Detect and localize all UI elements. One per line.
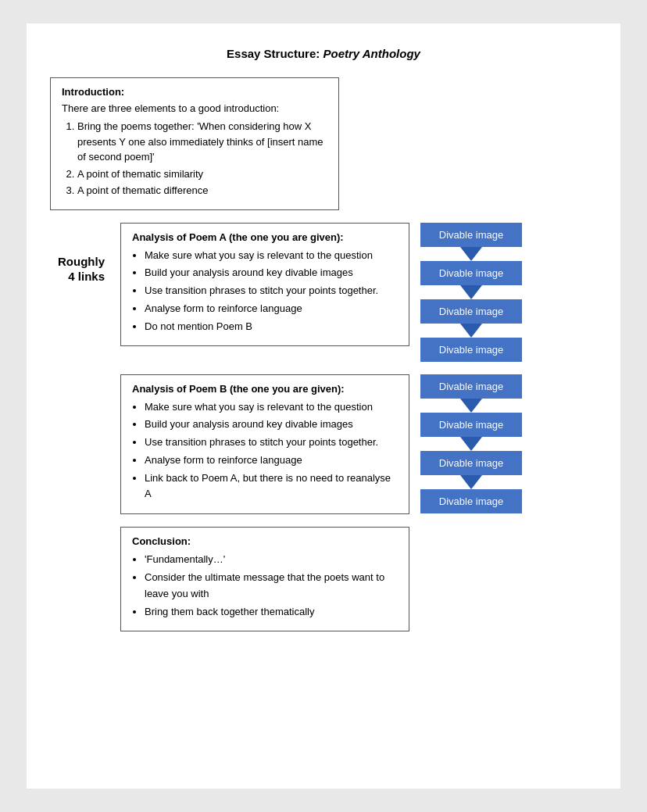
list-item: A point of thematic similarity <box>77 166 327 182</box>
introduction-box: Introduction: There are three elements t… <box>50 77 339 210</box>
conclusion-list: 'Fundamentally…' Consider the ultimate m… <box>145 552 398 620</box>
list-item: Bring the poems together: 'When consider… <box>77 119 327 165</box>
side-label-area: Roughly 4 links <box>50 223 120 284</box>
poem-a-divable-col: Divable image Divable image Divable imag… <box>420 223 522 362</box>
title-prefix: Essay Structure: <box>227 47 323 60</box>
list-item: Make sure what you say is relevant to th… <box>145 248 398 264</box>
list-item: Build your analysis around key divable i… <box>145 265 398 281</box>
conclusion-box: Conclusion: 'Fundamentally…' Consider th… <box>120 527 409 631</box>
divable-box-4: Divable image <box>420 338 522 362</box>
page-title: Essay Structure: Poetry Anthology <box>50 47 597 60</box>
divable-box-8: Divable image <box>420 489 522 513</box>
introduction-heading: Introduction: <box>62 86 327 98</box>
poem-b-inner: Analysis of Poem B (the one you are give… <box>120 374 522 515</box>
introduction-section: Introduction: There are three elements t… <box>50 77 597 210</box>
arrow-down-icon <box>460 247 482 261</box>
poem-a-section: Roughly 4 links Analysis of Poem A (the … <box>50 223 597 362</box>
list-item: 'Fundamentally…' <box>145 552 398 568</box>
divable-box-5: Divable image <box>420 374 522 399</box>
title-italic: Poetry Anthology <box>323 47 420 60</box>
list-item: Build your analysis around key divable i… <box>145 417 398 433</box>
poem-b-section: Analysis of Poem B (the one you are give… <box>50 374 597 515</box>
list-item: Use transition phrases to stitch your po… <box>145 283 398 299</box>
poem-b-box: Analysis of Poem B (the one you are give… <box>120 374 409 515</box>
page: Essay Structure: Poetry Anthology Introd… <box>27 23 620 789</box>
list-item: A point of thematic difference <box>77 183 327 199</box>
poem-b-heading: Analysis of Poem B (the one you are give… <box>132 383 398 395</box>
arrow-down-icon <box>460 437 482 451</box>
list-item: Do not mention Poem B <box>145 319 398 335</box>
introduction-subtitle: There are three elements to a good intro… <box>62 102 327 114</box>
arrow-down-icon <box>460 475 482 489</box>
poem-b-list: Make sure what you say is relevant to th… <box>145 399 398 503</box>
divable-box-3: Divable image <box>420 299 522 324</box>
list-item: Analyse form to reinforce language <box>145 453 398 469</box>
poem-a-box: Analysis of Poem A (the one you are give… <box>120 223 409 347</box>
list-item: Use transition phrases to stitch your po… <box>145 435 398 451</box>
poem-b-divable-col: Divable image Divable image Divable imag… <box>420 374 522 513</box>
list-item: Bring them back together thematically <box>145 604 398 621</box>
list-item: Consider the ultimate message that the p… <box>145 570 398 603</box>
poem-a-heading: Analysis of Poem A (the one you are give… <box>132 231 398 243</box>
conclusion-indent: Conclusion: 'Fundamentally…' Consider th… <box>120 527 597 631</box>
divable-box-7: Divable image <box>420 451 522 475</box>
divable-box-2: Divable image <box>420 261 522 285</box>
arrow-down-icon <box>460 399 482 413</box>
introduction-list: Bring the poems together: 'When consider… <box>77 119 327 199</box>
conclusion-section: Conclusion: 'Fundamentally…' Consider th… <box>50 527 597 631</box>
poem-a-inner: Analysis of Poem A (the one you are give… <box>120 223 522 362</box>
arrow-down-icon <box>460 324 482 338</box>
poem-a-list: Make sure what you say is relevant to th… <box>145 248 398 335</box>
divable-box-1: Divable image <box>420 223 522 247</box>
list-item: Link back to Poem A, but there is no nee… <box>145 470 398 503</box>
roughly-label: Roughly 4 links <box>50 254 113 284</box>
arrow-down-icon <box>460 285 482 299</box>
list-item: Analyse form to reinforce language <box>145 301 398 317</box>
conclusion-heading: Conclusion: <box>132 535 398 547</box>
divable-box-6: Divable image <box>420 413 522 437</box>
list-item: Make sure what you say is relevant to th… <box>145 399 398 416</box>
